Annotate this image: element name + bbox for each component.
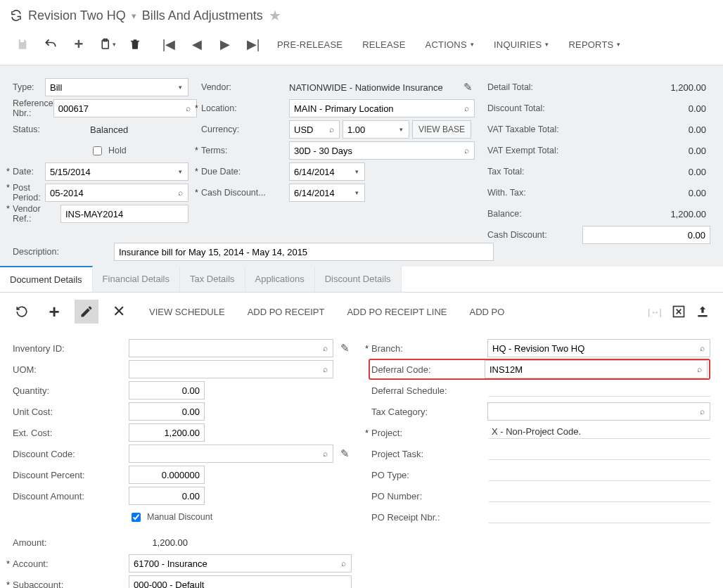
search-icon[interactable]: ⌕ [694, 343, 710, 353]
undo-button[interactable] [37, 34, 65, 55]
grid-edit-button[interactable] [75, 300, 98, 324]
add-button[interactable]: + [65, 34, 93, 55]
breadcrumb-org[interactable]: Revision Two HQ [28, 8, 126, 23]
vendor-ref-field[interactable] [61, 205, 188, 222]
location-field[interactable] [290, 100, 459, 117]
add-po-receipt-button[interactable]: ADD PO RECEIPT [238, 301, 335, 322]
actions-menu[interactable]: ACTIONS▾ [416, 34, 484, 55]
add-po-button[interactable]: ADD PO [460, 301, 515, 322]
deferral-code-field[interactable] [485, 361, 691, 378]
chevron-down-icon[interactable]: ▾ [349, 189, 364, 196]
line-detail-form: Inventory ID: ⌕ ✎ UOM: ⌕ Quantity: Unit … [0, 333, 723, 588]
quantity-field[interactable] [129, 382, 204, 399]
date-field[interactable] [46, 163, 172, 180]
hold-checkbox[interactable] [93, 146, 102, 155]
ext-cost-field[interactable] [129, 424, 204, 441]
refresh-icon[interactable] [10, 9, 23, 22]
star-icon[interactable]: ★ [269, 7, 281, 24]
discount-code-field[interactable] [129, 445, 317, 462]
pre-release-button[interactable]: PRE-RELEASE [267, 34, 352, 55]
cash-discount-date-field[interactable] [290, 184, 349, 201]
type-field[interactable] [46, 79, 172, 96]
project-label: Project: [371, 428, 487, 438]
chevron-down-icon[interactable]: ▾ [349, 168, 364, 175]
search-icon[interactable]: ⌕ [317, 364, 333, 374]
search-icon[interactable]: ⌕ [324, 124, 339, 134]
quantity-label: Quantity: [13, 385, 129, 396]
deferral-schedule-value [489, 384, 710, 397]
terms-field[interactable] [290, 142, 459, 159]
account-field[interactable] [129, 555, 335, 572]
reports-menu[interactable]: REPORTS▾ [558, 34, 630, 55]
export-excel-icon[interactable] [668, 301, 689, 322]
project-value: X - Non-Project Code. [489, 426, 710, 439]
post-period-field[interactable] [46, 184, 172, 201]
pencil-icon[interactable]: ✎ [338, 342, 352, 354]
pencil-icon[interactable]: ✎ [338, 447, 352, 460]
inventory-id-label: Inventory ID: [13, 343, 129, 354]
chevron-down-icon[interactable]: ▾ [393, 126, 409, 133]
tab-discount-details[interactable]: Discount Details [315, 267, 402, 292]
search-icon[interactable]: ⌕ [317, 343, 333, 353]
first-record-button[interactable]: |◀ [155, 34, 183, 55]
currency-field[interactable] [290, 121, 324, 138]
search-icon[interactable]: ⌕ [181, 103, 196, 113]
due-date-field[interactable] [290, 163, 349, 180]
view-base-button[interactable]: VIEW BASE [412, 120, 471, 139]
search-icon[interactable]: ⌕ [172, 188, 188, 198]
chevron-down-icon[interactable]: ▾ [172, 84, 188, 91]
inventory-id-field[interactable] [129, 340, 317, 357]
status-value: Balanced [90, 124, 128, 135]
save-button [8, 34, 37, 55]
grid-refresh-button[interactable] [10, 300, 34, 324]
clipboard-button[interactable]: ▾ [93, 34, 121, 55]
grid-add-button[interactable]: + [42, 300, 66, 324]
inquiries-menu[interactable]: INQUIRIES▾ [484, 34, 558, 55]
branch-field[interactable] [488, 340, 694, 357]
with-tax-value: 0.00 [582, 188, 710, 198]
search-icon[interactable]: ⌕ [459, 146, 474, 155]
chevron-down-icon: ▾ [132, 11, 136, 21]
tab-applications[interactable]: Applications [245, 267, 315, 292]
discount-percent-field[interactable] [129, 466, 204, 483]
manual-discount-checkbox[interactable] [132, 513, 141, 522]
page-header: Revision Two HQ ▾ Bills And Adjustments … [0, 0, 723, 28]
last-record-button[interactable]: ▶| [239, 34, 267, 55]
trash-button[interactable] [121, 34, 149, 55]
location-label: Location: [201, 103, 289, 113]
search-icon[interactable]: ⌕ [335, 558, 351, 568]
currency-rate-field[interactable] [343, 121, 393, 138]
po-number-value [489, 490, 710, 502]
grid-toolbar: + ✕ VIEW SCHEDULE ADD PO RECEIPT ADD PO … [0, 293, 723, 333]
subaccount-label: Subaccount: [13, 580, 129, 589]
search-icon[interactable]: ⌕ [691, 364, 707, 374]
next-record-button[interactable]: ▶ [211, 34, 239, 55]
search-icon[interactable]: ⌕ [459, 103, 474, 113]
cash-discount-field[interactable] [583, 226, 710, 243]
description-field[interactable] [115, 243, 493, 260]
pencil-icon[interactable]: ✎ [461, 81, 475, 94]
discount-amount-label: Discount Amount: [13, 491, 129, 501]
tab-document-details[interactable]: Document Details [0, 266, 93, 292]
search-icon[interactable]: ⌕ [694, 407, 710, 416]
column-width-icon[interactable]: |↔| [644, 301, 665, 322]
tab-financial-details[interactable]: Financial Details [93, 267, 180, 292]
search-icon[interactable]: ⌕ [317, 449, 333, 459]
prev-record-button[interactable]: ◀ [183, 34, 211, 55]
uom-field[interactable] [129, 361, 317, 378]
grid-delete-button[interactable]: ✕ [107, 300, 131, 324]
add-po-receipt-line-button[interactable]: ADD PO RECEIPT LINE [337, 301, 456, 322]
tab-tax-details[interactable]: Tax Details [180, 267, 245, 292]
view-schedule-button[interactable]: VIEW SCHEDULE [139, 301, 235, 322]
hold-label: Hold [108, 146, 127, 155]
discount-amount-field[interactable] [129, 487, 204, 504]
tax-category-field[interactable] [488, 403, 694, 420]
release-button[interactable]: RELEASE [352, 34, 415, 55]
po-receipt-nbr-value [489, 511, 710, 523]
unit-cost-field[interactable] [129, 403, 204, 420]
chevron-down-icon[interactable]: ▾ [172, 168, 188, 175]
reference-nbr-field[interactable] [54, 100, 181, 117]
upload-icon[interactable] [692, 301, 713, 322]
subaccount-field[interactable] [129, 576, 351, 588]
status-label: Status: [13, 124, 90, 134]
